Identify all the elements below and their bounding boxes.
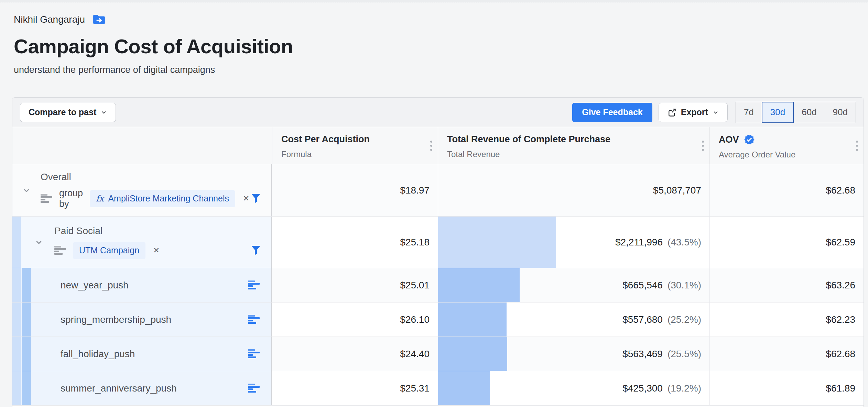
campaign-label[interactable]: summer_anniversary_push (61, 383, 177, 394)
column-subtitle: Average Order Value (719, 150, 855, 160)
campaign-label[interactable]: fall_holiday_push (61, 349, 135, 360)
revenue-percent: (19.2%) (668, 383, 701, 394)
column-menu-icon[interactable] (430, 141, 432, 151)
range-30d[interactable]: 30d (762, 102, 794, 123)
row-label-cell: spring_membership_push (12, 302, 272, 337)
give-feedback-button[interactable]: Give Feedback (572, 103, 652, 122)
hierarchy-stripe (12, 371, 21, 405)
compare-to-past-label: Compare to past (29, 107, 96, 117)
range-7d[interactable]: 7d (736, 102, 762, 123)
hierarchy-stripe (22, 337, 31, 371)
table-row-overall: Overall group by fx AmpliStore Marketing… (12, 164, 864, 217)
cost-cell: $18.97 (272, 164, 438, 216)
aov-cell: $62.68 (709, 164, 864, 216)
page-title: Campaign Cost of Acquisition (14, 35, 854, 58)
revenue-cell: $557,680 (25.2%) (438, 302, 709, 337)
table-row-campaign: fall_holiday_push $24.40 $563,469 (25.5%… (12, 337, 864, 371)
row-label-cell: Paid Social UTM Campaign ✕ (12, 217, 272, 268)
column-menu-icon[interactable] (702, 141, 704, 151)
compare-to-past-button[interactable]: Compare to past (20, 103, 116, 122)
header-label-column (12, 127, 272, 164)
revenue-cell: $5,087,707 (438, 164, 709, 216)
filter-funnel-icon[interactable] (251, 193, 261, 204)
revenue-percent: (43.5%) (668, 237, 701, 248)
campaign-label[interactable]: spring_membership_push (61, 314, 171, 325)
export-label: Export (681, 107, 708, 117)
group-row-label[interactable]: Overall (41, 172, 240, 183)
view-breakdown-icon[interactable] (248, 280, 260, 290)
column-menu-icon[interactable] (856, 141, 858, 151)
header-aov[interactable]: AOV Average Order Value (709, 127, 864, 164)
revenue-bar (438, 268, 520, 302)
aov-cell: $62.23 (709, 302, 864, 337)
date-range-segmented-control: 7d 30d 60d 90d (736, 102, 856, 123)
row-label-cell: Overall group by fx AmpliStore Marketing… (12, 164, 272, 216)
aov-cell: $63.26 (709, 268, 864, 302)
row-label-cell: fall_holiday_push (12, 337, 272, 371)
report-panel: Compare to past Give Feedback Export 7d … (12, 97, 864, 407)
view-breakdown-icon[interactable] (248, 349, 260, 359)
revenue-cell: $425,300 (19.2%) (438, 371, 709, 405)
chevron-down-icon (712, 109, 719, 116)
group-by-chip[interactable]: fx AmpliStore Marketing Channels (90, 190, 235, 207)
group-by-chip[interactable]: UTM Campaign (73, 242, 145, 259)
hierarchy-stripe (22, 302, 31, 337)
column-title: Total Revenue of Complete Purchase (447, 134, 610, 145)
cost-cell: $25.31 (272, 371, 438, 405)
row-label-cell: new_year_push (12, 268, 272, 302)
cost-cell: $26.10 (272, 302, 438, 337)
header-total-revenue[interactable]: Total Revenue of Complete Purchase Total… (438, 127, 709, 164)
range-90d[interactable]: 90d (825, 102, 856, 123)
hierarchy-stripe (22, 268, 31, 302)
verified-badge-icon (744, 134, 755, 145)
move-to-folder-icon[interactable] (93, 14, 106, 25)
aov-cell: $61.89 (709, 371, 864, 405)
hierarchy-stripe (12, 337, 21, 371)
revenue-cell: $563,469 (25.5%) (438, 337, 709, 371)
formula-fx-icon: fx (96, 194, 104, 204)
aov-cell: $62.68 (709, 337, 864, 371)
breakdown-bars-icon (41, 194, 52, 204)
group-row-label[interactable]: Paid Social (54, 226, 240, 236)
column-title: Cost Per Acquistion (281, 134, 370, 145)
chevron-down-icon (100, 109, 107, 116)
table-row-campaign: summer_anniversary_push $25.31 $425,300 … (12, 371, 864, 406)
revenue-cell: $665,546 (30.1%) (438, 268, 709, 302)
report-toolbar: Compare to past Give Feedback Export 7d … (12, 98, 864, 127)
column-subtitle: Formula (281, 150, 429, 159)
hierarchy-stripe (12, 268, 21, 302)
range-60d[interactable]: 60d (793, 102, 825, 123)
revenue-cell: $2,211,996 (43.5%) (438, 217, 709, 268)
chip-label: UTM Campaign (79, 245, 139, 255)
view-breakdown-icon[interactable] (248, 384, 260, 393)
revenue-bar (438, 337, 507, 371)
metrics-table: Cost Per Acquistion Formula Total Revenu… (12, 127, 864, 406)
table-row-campaign: spring_membership_push $26.10 $557,680 (… (12, 302, 864, 337)
remove-chip-icon[interactable]: ✕ (243, 194, 249, 203)
cost-cell: $25.18 (272, 217, 438, 268)
cost-cell: $25.01 (272, 268, 438, 302)
filter-funnel-icon[interactable] (251, 245, 261, 256)
revenue-percent: (25.5%) (668, 349, 701, 360)
revenue-percent: (30.1%) (668, 280, 701, 291)
revenue-percent: (25.2%) (668, 314, 701, 325)
page-subtitle: understand the performance of digital ca… (14, 65, 854, 75)
campaign-label[interactable]: new_year_push (61, 280, 129, 291)
export-button[interactable]: Export (659, 103, 728, 122)
group-by-text: group by (59, 188, 83, 209)
row-label-cell: summer_anniversary_push (12, 371, 272, 405)
revenue-bar (438, 302, 507, 337)
window-top-strip (0, 0, 868, 2)
revenue-bar (438, 217, 556, 268)
breadcrumb: Nikhil Gangaraju (14, 14, 854, 25)
owner-name[interactable]: Nikhil Gangaraju (14, 14, 85, 25)
remove-chip-icon[interactable]: ✕ (153, 246, 160, 255)
table-header-row: Cost Per Acquistion Formula Total Revenu… (12, 127, 864, 164)
header-cost-per-acquisition[interactable]: Cost Per Acquistion Formula (272, 127, 438, 164)
column-subtitle: Total Revenue (447, 150, 701, 159)
revenue-bar (438, 371, 490, 405)
page-header: Nikhil Gangaraju Campaign Cost of Acquis… (0, 2, 868, 75)
aov-cell: $62.59 (709, 217, 864, 268)
view-breakdown-icon[interactable] (248, 315, 260, 324)
export-icon (667, 108, 677, 117)
